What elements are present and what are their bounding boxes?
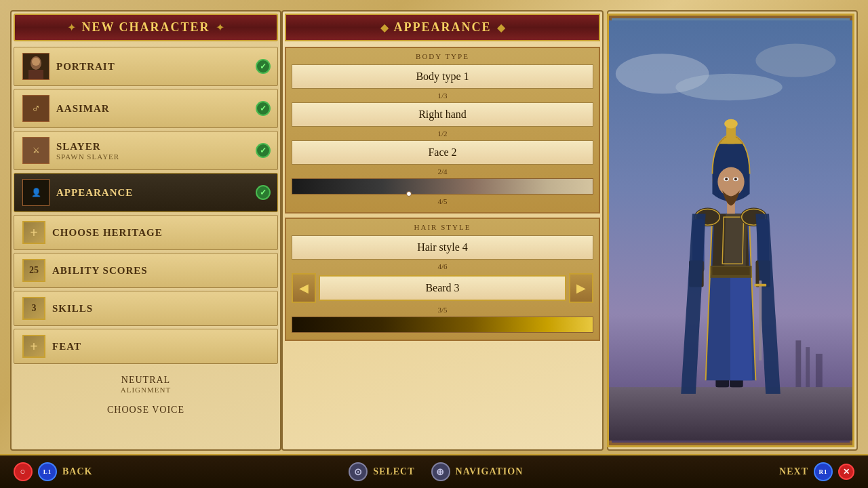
svg-point-36 <box>724 119 738 129</box>
appearance-panel: ◆ Appearance ◆ Body type Body type 1 1/3… <box>285 14 600 447</box>
sidebar-item-choose-heritage[interactable]: + Choose Heritage <box>14 215 278 250</box>
aasimar-label: Aasimar <box>56 103 110 115</box>
ability-scores-label: Ability Scores <box>52 265 148 277</box>
slayer-text-group: Slayer Spawn Slayer <box>56 141 119 161</box>
preview-background-svg <box>609 16 852 445</box>
face-option[interactable]: Face 2 <box>292 140 593 165</box>
sidebar-item-ability-scores[interactable]: 25 Ability Scores <box>14 253 278 288</box>
next-area: Next R1 ✕ <box>779 462 854 481</box>
portrait-label: Portrait <box>56 61 115 73</box>
voice-label: Choose Voice <box>22 405 270 415</box>
character-preview <box>607 14 854 447</box>
svg-point-37 <box>717 167 744 197</box>
select-icon: ⊙ <box>349 462 368 481</box>
beard-row: ◀ Beard 3 ▶ <box>292 273 593 303</box>
next-r1-icon: R1 <box>814 462 833 481</box>
back-label: Back <box>62 466 92 477</box>
hair-style-section-label: Hair style <box>292 223 593 231</box>
appearance-label: Appearance <box>56 187 133 199</box>
next-button[interactable]: Next R1 ✕ <box>779 462 854 481</box>
slayer-label: Slayer <box>56 141 119 152</box>
select-label: Select <box>373 466 414 477</box>
svg-rect-10 <box>806 347 810 387</box>
svg-rect-8 <box>609 387 852 441</box>
svg-point-40 <box>725 178 728 180</box>
sidebar-item-portrait[interactable]: Portrait ✓ <box>14 47 278 86</box>
appearance-check: ✓ <box>256 185 271 200</box>
appearance-ornament-right: ◆ <box>497 21 505 34</box>
header-ornament-left: ✦ <box>67 21 76 34</box>
heritage-plus-icon: + <box>22 221 45 244</box>
svg-rect-11 <box>816 354 823 387</box>
face-counter: 2/4 <box>292 167 593 176</box>
close-button[interactable]: ✕ <box>838 464 854 480</box>
portrait-thumbnail <box>22 53 50 80</box>
gender-icon: ♂ <box>22 95 50 122</box>
body-type-section: Body type Body type 1 1/3 Right hand 1/2… <box>285 47 600 214</box>
body-type-counter: 1/3 <box>292 92 593 100</box>
svg-point-3 <box>32 58 40 66</box>
sidebar-item-choose-voice[interactable]: Choose Voice <box>14 402 278 418</box>
portrait-check: ✓ <box>256 59 271 74</box>
feat-label: Feat <box>52 341 81 352</box>
face-row: Face 2 <box>292 140 593 165</box>
sidebar-item-appearance[interactable]: 👤 Appearance ✓ <box>14 173 278 212</box>
select-button[interactable]: ⊙ Select <box>349 462 414 481</box>
ability-scores-badge: 25 <box>22 259 45 282</box>
slayer-sublabel: Spawn Slayer <box>56 152 119 161</box>
right-hand-counter: 1/2 <box>292 129 593 138</box>
svg-rect-24 <box>712 267 749 275</box>
beard-next-button[interactable]: ▶ <box>569 273 593 303</box>
right-hand-option[interactable]: Right hand <box>292 102 593 127</box>
hair-style-option[interactable]: Hair style 4 <box>292 235 593 260</box>
hair-style-counter: 4/6 <box>292 262 593 270</box>
bottom-bar: ○ L1 Back ⊙ Select ⊕ Navigation Next R1 … <box>0 454 868 488</box>
appearance-icon: 👤 <box>22 179 50 206</box>
skin-color-bar[interactable] <box>292 178 593 195</box>
alignment-label: Neutral <box>22 375 270 386</box>
appearance-title: Appearance <box>394 20 492 35</box>
skills-badge: 3 <box>22 297 45 320</box>
svg-point-7 <box>675 74 782 100</box>
bottom-center-controls: ⊙ Select ⊕ Navigation <box>349 462 523 481</box>
new-character-header: ✦ New Character ✦ <box>14 14 278 41</box>
svg-point-41 <box>734 178 737 180</box>
skills-label: Skills <box>52 303 93 314</box>
next-label: Next <box>779 466 808 477</box>
aasimar-check: ✓ <box>256 101 271 116</box>
hair-style-section: Hair style Hair style 4 4/6 ◀ Beard 3 ▶ … <box>285 218 600 341</box>
skin-color-counter: 4/5 <box>292 197 593 205</box>
slayer-check: ✓ <box>256 143 271 158</box>
hair-color-bar[interactable] <box>292 317 593 333</box>
class-icon: ⚔ <box>22 137 50 164</box>
new-character-title: New Character <box>81 20 210 35</box>
character-preview-panel <box>607 14 854 447</box>
skin-color-indicator <box>406 191 412 197</box>
appearance-ornament-left: ◆ <box>380 21 389 34</box>
header-ornament-right: ✦ <box>216 21 224 34</box>
sidebar-item-slayer[interactable]: ⚔ Slayer Spawn Slayer ✓ <box>14 131 278 170</box>
heritage-label: Choose Heritage <box>52 227 163 239</box>
navigation-icon: ⊕ <box>431 462 450 481</box>
sidebar-item-feat[interactable]: + Feat <box>14 329 278 364</box>
beard-prev-button[interactable]: ◀ <box>292 273 316 303</box>
back-button[interactable]: ○ L1 Back <box>14 462 92 481</box>
svg-rect-2 <box>28 70 43 79</box>
svg-rect-9 <box>795 340 801 387</box>
beard-counter: 3/5 <box>292 306 593 314</box>
body-type-row: Body type 1 <box>292 64 593 89</box>
back-circle-icon: ○ <box>14 462 33 481</box>
svg-rect-44 <box>759 281 762 361</box>
beard-option[interactable]: Beard 3 <box>319 275 566 301</box>
body-type-section-label: Body type <box>292 52 593 60</box>
appearance-header: ◆ Appearance ◆ <box>285 14 600 41</box>
right-hand-row: Right hand <box>292 102 593 127</box>
body-type-option[interactable]: Body type 1 <box>292 64 593 89</box>
sidebar-item-skills[interactable]: 3 Skills <box>14 291 278 326</box>
sidebar-item-aasimar[interactable]: ♂ Aasimar ✓ <box>14 89 278 128</box>
svg-point-6 <box>755 44 835 77</box>
back-l1-icon: L1 <box>38 462 57 481</box>
navigation-button[interactable]: ⊕ Navigation <box>431 462 524 481</box>
navigation-label: Navigation <box>456 466 524 477</box>
sidebar-item-alignment[interactable]: Neutral Alignment <box>14 372 278 396</box>
